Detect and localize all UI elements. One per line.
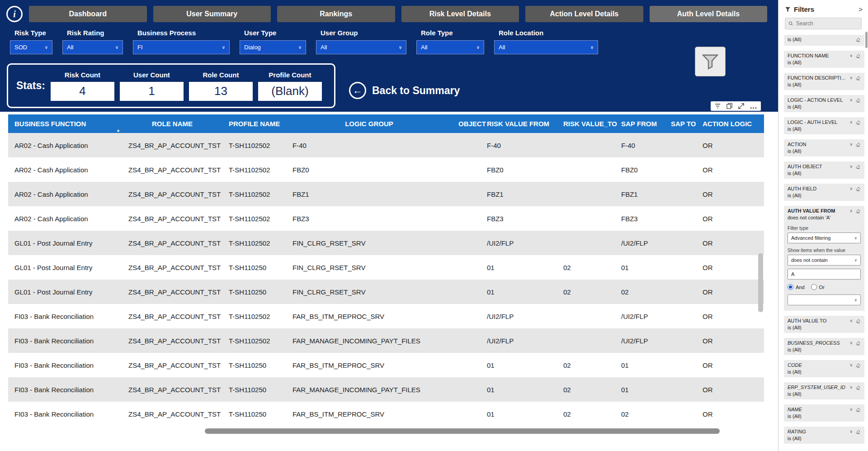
column-header-action-logic[interactable]: ACTION LOGIC — [696, 114, 759, 133]
filter-card[interactable]: BUSINESS_PROCESS ∨ is (All) — [784, 338, 864, 355]
chevron-down-icon[interactable]: ∨ — [849, 54, 853, 58]
pane-scrollbar-thumb[interactable] — [865, 32, 868, 48]
visual-filter-icon[interactable] — [714, 103, 721, 109]
filter-type-dropdown[interactable]: Advanced filtering ∨ — [788, 233, 861, 243]
column-header-risk-value-from[interactable]: RISK VALUE FROM — [481, 114, 557, 133]
chevron-down-icon[interactable]: ∨ — [849, 385, 853, 389]
eraser-icon[interactable] — [855, 142, 861, 147]
chevron-down-icon[interactable]: ∨ — [849, 142, 853, 147]
column-header-profile-name[interactable]: PROFILE NAME — [222, 114, 286, 133]
filter-card[interactable]: FUNCTION NAME ∨ is (All) — [784, 51, 864, 68]
filter-card[interactable]: AUTH FIELD ∨ is (All) — [784, 184, 864, 201]
eraser-icon[interactable] — [855, 363, 861, 368]
more-options-icon[interactable]: … — [750, 104, 757, 108]
filter-card-auth-value-to[interactable]: AUTH VALUE TO ∨ is (All) — [784, 316, 864, 333]
filters-pane-header: Filters > — [778, 0, 868, 18]
eraser-icon[interactable] — [855, 98, 861, 103]
eraser-icon[interactable] — [855, 341, 861, 346]
condition-value-input[interactable] — [788, 269, 861, 280]
filter-card[interactable]: ERP_SYSTEM_USER_ID ∨ is (All) — [784, 382, 864, 399]
tab-user-summary[interactable]: User Summary — [153, 6, 271, 22]
column-header-business-function[interactable]: BUSINESS FUNCTION ▲ — [8, 114, 122, 133]
tab-risk-level-details[interactable]: Risk Level Details — [401, 6, 519, 22]
role-type-dropdown[interactable]: All∨ — [416, 40, 484, 54]
chevron-up-icon[interactable]: ∧ — [849, 209, 853, 213]
second-condition-dropdown[interactable]: ∨ — [788, 294, 861, 305]
eraser-icon[interactable] — [855, 164, 861, 170]
focus-mode-icon[interactable] — [738, 103, 745, 109]
eraser-icon[interactable] — [855, 318, 861, 324]
chevron-down-icon[interactable]: ∨ — [849, 319, 853, 323]
filter-card[interactable]: ACTION ∨ is (All) — [784, 139, 864, 157]
table-row[interactable]: FI03 - Bank Reconciliation ZS4_BR_AP_ACC… — [8, 328, 764, 353]
column-header-risk-value-to[interactable]: RISK VALUE_TO — [557, 114, 615, 133]
vertical-scrollbar-thumb[interactable] — [758, 253, 763, 312]
chevron-down-icon[interactable]: ∨ — [849, 363, 853, 367]
filter-card[interactable]: CODE ∨ is (All) — [784, 360, 864, 377]
filter-card[interactable]: AUTH OBJECT ∨ is (All) — [784, 161, 864, 179]
search-input[interactable] — [796, 20, 858, 27]
clear-filters-button[interactable] — [695, 47, 726, 76]
column-header-logic-group[interactable]: LOGIC GROUP — [286, 114, 452, 133]
condition-dropdown[interactable]: does not contain ∨ — [788, 255, 861, 266]
chevron-down-icon[interactable]: ∨ — [849, 430, 853, 434]
eraser-icon[interactable] — [855, 407, 861, 413]
column-header-role-name[interactable]: ROLE NAME — [122, 114, 222, 133]
eraser-icon[interactable] — [855, 186, 861, 192]
filter-search-box[interactable] — [785, 18, 862, 29]
tab-rankings[interactable]: Rankings — [277, 6, 395, 22]
and-radio[interactable] — [788, 284, 793, 290]
tab-action-level-details[interactable]: Action Level Details — [525, 6, 643, 22]
eraser-icon[interactable] — [855, 120, 861, 125]
table-row[interactable]: FI03 - Bank Reconciliation ZS4_BR_AP_ACC… — [8, 402, 764, 426]
chevron-down-icon[interactable]: ∨ — [849, 120, 853, 124]
risk-rating-dropdown[interactable]: All∨ — [62, 40, 123, 54]
role-location-dropdown[interactable]: All∨ — [494, 40, 598, 54]
filter-card-auth-value-from[interactable]: AUTH VALUE FROM ∧ does not contain 'A' F… — [784, 206, 864, 311]
column-header-object[interactable]: OBJECT — [452, 114, 481, 133]
eraser-icon[interactable] — [855, 37, 861, 43]
chevron-down-icon[interactable]: ∨ — [849, 98, 853, 102]
chevron-down-icon[interactable]: ∨ — [849, 341, 853, 345]
tab-dashboard[interactable]: Dashboard — [29, 6, 147, 22]
table-row[interactable]: GL01 - Post Journal Entry ZS4_BR_AP_ACCO… — [8, 231, 764, 255]
filter-card[interactable]: FUNCTION DESCRIPTI... ∨ is (All) — [784, 73, 864, 90]
column-header-sap-from[interactable]: SAP FROM — [615, 114, 665, 133]
table-row[interactable]: AR02 - Cash Application ZS4_BR_AP_ACCOUN… — [8, 206, 764, 231]
chevron-down-icon[interactable]: ∨ — [849, 408, 853, 412]
horizontal-scrollbar[interactable] — [8, 428, 759, 434]
eraser-icon[interactable] — [855, 429, 861, 435]
filter-card[interactable]: LOGIC - ACTION LEVEL ∨ is (All) — [784, 95, 864, 112]
table-row[interactable]: GL01 - Post Journal Entry ZS4_BR_AP_ACCO… — [8, 255, 764, 280]
column-header-sap-to[interactable]: SAP TO — [665, 114, 696, 133]
copy-icon[interactable] — [726, 103, 733, 109]
eraser-icon[interactable] — [855, 385, 861, 390]
collapse-pane-chevron-icon[interactable]: > — [859, 5, 863, 13]
filter-card[interactable]: RATING ∨ is (All) — [784, 427, 864, 444]
table-row[interactable]: AR02 - Cash Application ZS4_BR_AP_ACCOUN… — [8, 133, 764, 157]
info-icon[interactable]: i — [6, 6, 23, 22]
table-row[interactable]: FI03 - Bank Reconciliation ZS4_BR_AP_ACC… — [8, 353, 764, 377]
chevron-down-icon[interactable]: ∨ — [849, 187, 853, 191]
horizontal-scrollbar-thumb[interactable] — [205, 428, 720, 434]
user-type-dropdown[interactable]: Dialog∨ — [240, 40, 306, 54]
filter-card-partial[interactable]: is (All) — [784, 35, 864, 46]
risk-type-dropdown[interactable]: SOD∨ — [10, 40, 52, 54]
user-group-dropdown[interactable]: All∨ — [316, 40, 406, 54]
table-row[interactable]: AR02 - Cash Application ZS4_BR_AP_ACCOUN… — [8, 182, 764, 206]
back-to-summary-button[interactable]: ← Back to Summary — [349, 82, 460, 99]
or-radio[interactable] — [811, 284, 817, 290]
business-process-dropdown[interactable]: FI∨ — [133, 40, 230, 54]
table-row[interactable]: GL01 - Post Journal Entry ZS4_BR_AP_ACCO… — [8, 280, 764, 304]
eraser-icon[interactable] — [855, 53, 861, 59]
chevron-down-icon[interactable]: ∨ — [849, 165, 853, 169]
table-row[interactable]: AR02 - Cash Application ZS4_BR_AP_ACCOUN… — [8, 157, 764, 182]
filter-card[interactable]: NAME ∨ is (All) — [784, 404, 864, 422]
eraser-icon[interactable] — [855, 209, 861, 214]
eraser-icon[interactable] — [855, 76, 861, 81]
chevron-down-icon[interactable]: ∨ — [849, 76, 853, 80]
filter-card[interactable]: LOGIC - AUTH LEVEL ∨ is (All) — [784, 117, 864, 134]
table-row[interactable]: FI03 - Bank Reconciliation ZS4_BR_AP_ACC… — [8, 377, 764, 402]
tab-auth-level-details[interactable]: Auth Level Details — [650, 6, 768, 22]
table-row[interactable]: FI03 - Bank Reconciliation ZS4_BR_AP_ACC… — [8, 304, 764, 328]
